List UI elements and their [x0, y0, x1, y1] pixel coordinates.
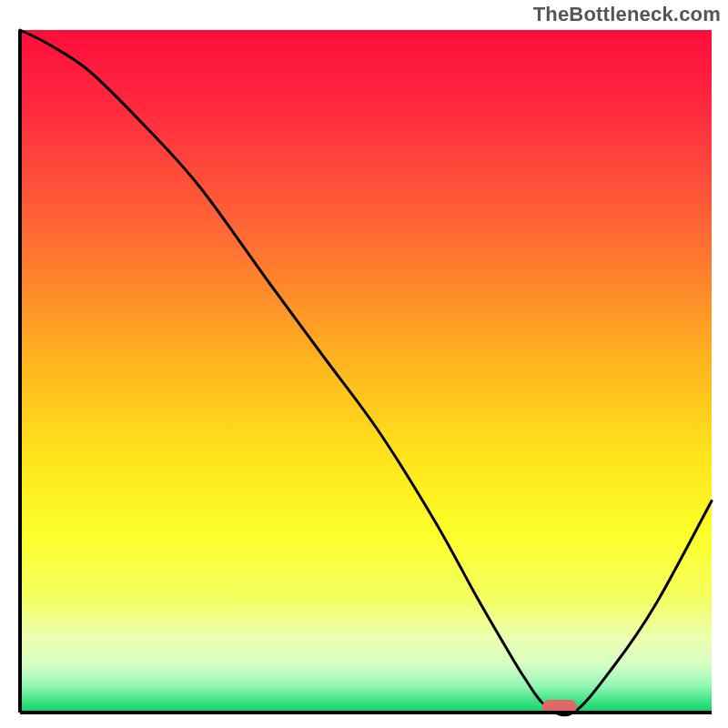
gradient-background	[20, 30, 712, 713]
watermark-text: TheBottleneck.com	[533, 3, 721, 26]
bottleneck-chart	[0, 0, 728, 728]
